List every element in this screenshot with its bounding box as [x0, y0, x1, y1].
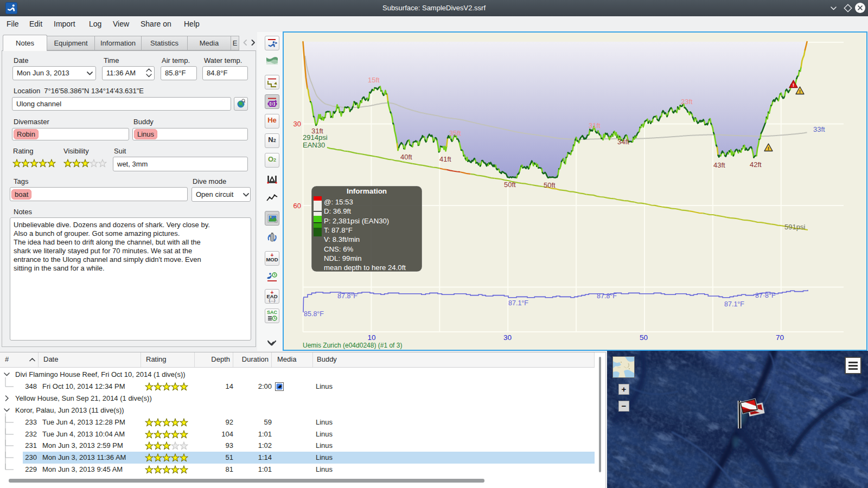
svg-text:50ft: 50ft — [544, 181, 556, 189]
svg-text:mean depth to here 24.0ft: mean depth to here 24.0ft — [324, 264, 406, 272]
svg-text:23ft: 23ft — [681, 98, 693, 106]
svg-text:V: 8.3ft/min: V: 8.3ft/min — [324, 235, 360, 243]
svg-text:50ft: 50ft — [504, 181, 516, 189]
svg-text:!: ! — [768, 146, 769, 151]
svg-text:87.1°F: 87.1°F — [724, 300, 744, 308]
svg-text:30: 30 — [293, 120, 301, 128]
svg-text:P: 2,381psi (EAN30): P: 2,381psi (EAN30) — [324, 217, 389, 225]
svg-text:@: 15:53: @: 15:53 — [324, 198, 353, 206]
svg-text:2914psi: 2914psi — [303, 133, 328, 142]
svg-text:D: 36.9ft: D: 36.9ft — [324, 207, 351, 215]
svg-text:591psi: 591psi — [784, 223, 805, 231]
svg-text:CNS: 6%: CNS: 6% — [324, 245, 354, 253]
svg-text:87.8°F: 87.8°F — [337, 292, 358, 300]
svg-text:60: 60 — [293, 202, 301, 210]
svg-text:33ft: 33ft — [813, 125, 825, 133]
svg-text:Information: Information — [347, 187, 387, 195]
svg-text:50: 50 — [640, 333, 648, 342]
svg-text:40ft: 40ft — [400, 153, 412, 161]
svg-text:34ft: 34ft — [617, 138, 629, 146]
svg-text:31ft: 31ft — [589, 121, 601, 130]
svg-text:87.1°F: 87.1°F — [508, 299, 528, 307]
svg-text:!: ! — [793, 82, 794, 88]
svg-text:NDL: 99min: NDL: 99min — [324, 254, 362, 262]
svg-text:10: 10 — [367, 333, 375, 342]
svg-text:T: 87.8°F: T: 87.8°F — [324, 226, 353, 234]
svg-text:43ft: 43ft — [713, 161, 725, 169]
svg-text:30: 30 — [503, 333, 512, 342]
svg-text:87·8°F: 87·8°F — [755, 292, 776, 299]
svg-text:70: 70 — [776, 333, 784, 342]
svg-text:87.8°F: 87.8°F — [597, 292, 617, 300]
svg-text:41ft: 41ft — [439, 155, 451, 163]
svg-text:42ft: 42ft — [750, 160, 762, 169]
svg-text:!: ! — [799, 89, 801, 94]
svg-text:35ft: 35ft — [449, 129, 461, 137]
svg-text:EAN30: EAN30 — [303, 141, 325, 149]
svg-text:Uemis Zurich (e04d0248) (#1 of: Uemis Zurich (e04d0248) (#1 of 3) — [303, 342, 402, 349]
svg-text:15ft: 15ft — [368, 76, 380, 84]
svg-text:85.8°F: 85.8°F — [304, 310, 324, 318]
